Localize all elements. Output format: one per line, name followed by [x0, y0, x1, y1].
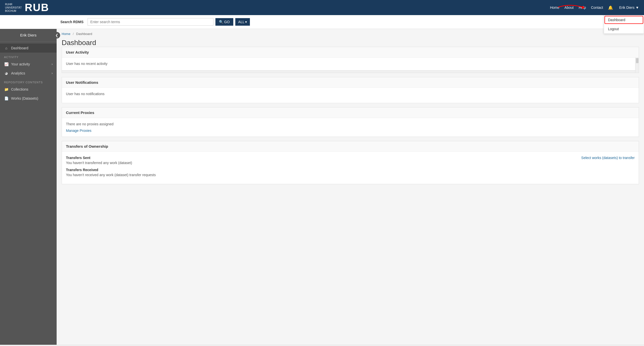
user-notifications-header: User Notifications	[62, 77, 639, 88]
transfers-left: Transfers Sent You haven't transferred a…	[66, 156, 581, 180]
sidebar-section-repository: REPOSITORY CONTENTS	[0, 78, 57, 85]
nav-home[interactable]: Home	[550, 6, 559, 10]
user-notifications-text: User has no notifications	[66, 92, 104, 96]
sidebar-analytics-label: Analytics	[11, 71, 25, 75]
document-icon: 📄	[4, 96, 9, 100]
user-activity-text: User has no recent activity	[66, 62, 107, 66]
search-bar: Search RDMS 🔍 GO ALL ▾	[0, 15, 644, 29]
nav-help[interactable]: Help	[579, 6, 586, 10]
chevron-down-icon: ▾	[245, 20, 247, 24]
main-layout: Erik Diers ❮ ⌂ Dashboard ACTIVITY 📈 Your…	[0, 29, 644, 345]
breadcrumb-home[interactable]: Home	[62, 32, 70, 36]
current-proxies-section: Current Proxies There are no proxies ass…	[62, 107, 639, 137]
sidebar-item-dashboard[interactable]: ⌂ Dashboard	[0, 44, 57, 53]
horizontal-scrollbar[interactable]	[62, 70, 635, 73]
sidebar-item-your-activity[interactable]: 📈 Your activity ›	[0, 60, 57, 69]
user-activity-section: User Activity User has no recent activit…	[62, 47, 639, 73]
user-menu-chevron: ▼	[635, 6, 639, 10]
search-all-button[interactable]: ALL ▾	[235, 18, 250, 26]
sidebar-works-label: Works (Datasets)	[11, 96, 38, 100]
breadcrumb-separator: /	[73, 32, 74, 36]
chevron-right-icon-analytics: ›	[52, 71, 53, 75]
transfers-section: Transfers of Ownership Transfers Sent Yo…	[62, 141, 639, 184]
scrollbar-thumb	[636, 58, 638, 63]
logo-area: RUHR UNIVERSITÄT BOCHUM RUB	[5, 2, 49, 14]
current-proxies-header: Current Proxies	[62, 107, 639, 118]
sidebar-item-collections[interactable]: 📁 Collections	[0, 85, 57, 94]
select-works-link[interactable]: Select works (datasets) to transfer	[581, 156, 635, 160]
notification-bell-icon[interactable]: 🔔	[608, 5, 613, 10]
nav-about[interactable]: About	[564, 6, 574, 10]
home-icon: ⌂	[4, 46, 9, 50]
sidebar-item-analytics[interactable]: ◕ Analytics ›	[0, 69, 57, 78]
sidebar: Erik Diers ❮ ⌂ Dashboard ACTIVITY 📈 Your…	[0, 29, 57, 345]
nav-links: Home About Help Contact 🔔 Erik Diers ▼ D…	[550, 5, 639, 10]
search-icon: 🔍	[219, 20, 223, 24]
top-navigation: RUHR UNIVERSITÄT BOCHUM RUB Home About H…	[0, 0, 644, 15]
transfers-received-text: You haven't received any work (dataset) …	[66, 173, 581, 177]
user-activity-header: User Activity	[62, 47, 639, 58]
activity-icon: 📈	[4, 62, 9, 66]
breadcrumb-current: Dashboard	[76, 32, 92, 36]
search-input[interactable]	[88, 18, 213, 26]
nav-contact[interactable]: Contact	[591, 6, 603, 10]
dashboard-sections: User Activity User has no recent activit…	[57, 47, 644, 184]
transfers-sent-text: You haven't transferred any work (datase…	[66, 161, 581, 165]
sidebar-collections-label: Collections	[11, 87, 28, 91]
analytics-icon: ◕	[4, 71, 9, 75]
logo-rub: RUB	[25, 2, 49, 14]
user-activity-title: User Activity	[66, 50, 89, 54]
chevron-right-icon: ›	[52, 62, 53, 66]
sidebar-nav: ⌂ Dashboard ACTIVITY 📈 Your activity › ◕…	[0, 42, 57, 105]
folder-icon: 📁	[4, 87, 9, 91]
user-name-label: Erik Diers	[619, 6, 634, 10]
sidebar-user-name: Erik Diers	[0, 29, 57, 42]
transfers-body: Transfers Sent You haven't transferred a…	[62, 152, 639, 184]
page-title: Dashboard	[57, 39, 644, 47]
user-notifications-title: User Notifications	[66, 80, 98, 85]
scrollbar-track[interactable]	[635, 58, 639, 73]
dropdown-dashboard[interactable]: Dashboard	[604, 15, 644, 24]
dropdown-logout[interactable]: Logout	[604, 24, 644, 33]
search-label: Search RDMS	[60, 20, 84, 24]
current-proxies-title: Current Proxies	[66, 110, 94, 115]
sidebar-dashboard-label: Dashboard	[11, 46, 28, 50]
user-notifications-section: User Notifications User has no notificat…	[62, 77, 639, 103]
current-proxies-text: There are no proxies assigned	[66, 122, 635, 126]
sidebar-item-works[interactable]: 📄 Works (Datasets)	[0, 94, 57, 103]
status-bar: https://rdms.rd.ruhr-uni-bochum.de/dashb…	[0, 345, 644, 346]
university-name: RUHR UNIVERSITÄT BOCHUM	[5, 3, 22, 13]
user-menu-button[interactable]: Erik Diers ▼	[619, 6, 639, 10]
manage-proxies-link[interactable]: Manage Proxies	[66, 129, 91, 133]
transfers-sent-title: Transfers Sent	[66, 156, 581, 160]
transfers-received: Transfers Received You haven't received …	[66, 168, 581, 177]
sidebar-activity-label: Your activity	[11, 62, 30, 66]
sidebar-toggle-button[interactable]: ❮	[54, 32, 60, 39]
content-area: Home / Dashboard Dashboard User Activity…	[57, 29, 644, 345]
transfers-header: Transfers of Ownership	[62, 141, 639, 152]
user-activity-body: User has no recent activity	[62, 58, 639, 73]
user-dropdown-menu: Dashboard Logout	[604, 15, 644, 34]
user-notifications-body: User has no notifications	[62, 88, 639, 103]
transfers-sent: Transfers Sent You haven't transferred a…	[66, 156, 581, 165]
search-go-button[interactable]: 🔍 GO	[215, 18, 233, 26]
transfers-received-title: Transfers Received	[66, 168, 581, 172]
transfers-title: Transfers of Ownership	[66, 144, 108, 148]
current-proxies-body: There are no proxies assigned Manage Pro…	[62, 118, 639, 137]
breadcrumb: Home / Dashboard	[57, 29, 644, 39]
sidebar-section-activity: ACTIVITY	[0, 53, 57, 60]
